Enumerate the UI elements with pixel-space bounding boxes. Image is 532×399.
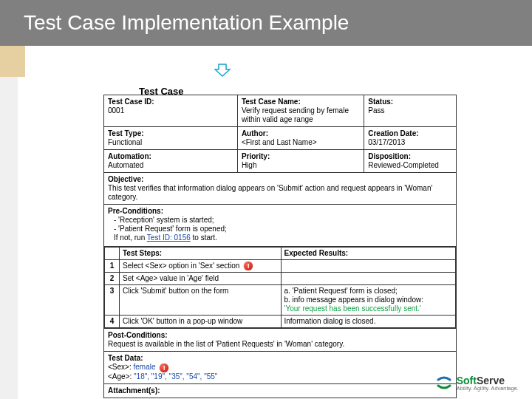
author-label: Author: bbox=[242, 129, 360, 138]
step-row-4: 4 Click 'OK' button in a pop-up window I… bbox=[105, 316, 456, 328]
logo-brand-2: Serve bbox=[477, 375, 505, 386]
step-row-2: 2 Set <Age> value in 'Age' field bbox=[105, 273, 456, 285]
test-case-table: Test Case ID:0001 Test Case Name:Verify … bbox=[103, 95, 457, 398]
step-2-expected bbox=[281, 273, 456, 285]
precondition-1: - 'Reception' system is started; bbox=[108, 216, 452, 225]
step-3-expected: a. 'Patient Request' form is closed; b. … bbox=[281, 285, 456, 316]
automation-value: Automated bbox=[108, 161, 143, 169]
postconditions-label: Post-Conditions: bbox=[108, 331, 452, 340]
header-row-3: Automation:Automated Priority:High Dispo… bbox=[104, 150, 456, 173]
steps-table: Test Steps: Expected Results: 1 Select <… bbox=[104, 247, 456, 329]
status-label: Status: bbox=[368, 98, 452, 106]
priority-label: Priority: bbox=[242, 152, 360, 161]
objective-row: Objective: This test verifies that infor… bbox=[104, 173, 456, 205]
expected-header: Expected Results: bbox=[281, 248, 456, 260]
test-case-id-label: Test Case ID: bbox=[108, 98, 233, 106]
attachments-label: Attachment(s): bbox=[108, 386, 452, 395]
success-message: 'Your request has been successfully sent… bbox=[284, 304, 453, 313]
test-case-id-value: 0001 bbox=[108, 106, 124, 115]
side-strip bbox=[0, 77, 18, 399]
title-bar: Test Case Implementation Example bbox=[0, 0, 532, 46]
sex-value: female bbox=[133, 363, 155, 371]
objective-text: This test verifies that information dial… bbox=[108, 184, 432, 201]
header-row-2: Test Type:Functional Author:<First and L… bbox=[104, 127, 456, 150]
testdata-label: Test Data: bbox=[108, 354, 452, 363]
postconditions-text: Request is available in the list of 'Pat… bbox=[108, 340, 344, 348]
creation-date-value: 03/17/2013 bbox=[368, 138, 405, 146]
header-row-1: Test Case ID:0001 Test Case Name:Verify … bbox=[104, 95, 456, 127]
preconditions-label: Pre-Conditions: bbox=[108, 207, 452, 216]
age-key: <Age>: bbox=[108, 372, 134, 381]
test-case-name-label: Test Case Name: bbox=[242, 98, 360, 106]
logo-tagline: Ability. Agility. Advantage. bbox=[457, 386, 519, 391]
disposition-value: Reviewed-Completed bbox=[368, 161, 439, 169]
step-4-text: Click 'OK' button in a pop-up window bbox=[120, 316, 282, 328]
page-title: Test Case Implementation Example bbox=[24, 11, 349, 35]
test-type-label: Test Type: bbox=[108, 129, 233, 138]
objective-label: Objective: bbox=[108, 175, 452, 184]
precondition-2: - 'Patient Request' form is opened; bbox=[108, 225, 452, 233]
author-value: <First and Last Name> bbox=[242, 138, 317, 146]
creation-date-label: Creation Date: bbox=[368, 129, 452, 138]
step-4-expected: Information dialog is closed. bbox=[281, 316, 456, 328]
automation-label: Automation: bbox=[108, 152, 233, 161]
test-id-link[interactable]: Test ID: 0156 bbox=[147, 233, 191, 242]
alert-icon: ! bbox=[160, 364, 168, 372]
test-type-value: Functional bbox=[108, 138, 142, 146]
status-value: Pass bbox=[368, 106, 384, 115]
logo-brand-1: Soft bbox=[457, 375, 477, 386]
step-1-expected bbox=[281, 260, 456, 273]
testdata-row: Test Data: <Sex>: female ! <Age>: "18", … bbox=[104, 352, 456, 383]
step-row-1: 1 Select <Sex> option in 'Sex' section ! bbox=[105, 260, 456, 273]
test-case-name-value: Verify request sending by female within … bbox=[242, 106, 349, 123]
steps-header: Test Steps: bbox=[120, 248, 282, 260]
step-2-text: Set <Age> value in 'Age' field bbox=[120, 273, 282, 285]
age-value: "18", "19", "35", "54", "55" bbox=[134, 372, 217, 381]
attachments-row: Attachment(s): bbox=[104, 384, 456, 398]
softserve-logo: SoftServe Ability. Agility. Advantage. bbox=[435, 374, 519, 392]
disposition-label: Disposition: bbox=[368, 152, 452, 161]
alert-icon: ! bbox=[244, 262, 253, 270]
step-row-3: 3 Click 'Submit' button on the form a. '… bbox=[105, 285, 456, 316]
preconditions-block: Pre-Conditions: - 'Reception' system is … bbox=[104, 205, 456, 247]
postconditions-row: Post-Conditions: Request is available in… bbox=[104, 329, 456, 352]
step-3-text: Click 'Submit' button on the form bbox=[120, 285, 282, 316]
priority-value: High bbox=[242, 161, 257, 169]
sex-key: <Sex>: bbox=[108, 363, 133, 371]
step-1-text: Select <Sex> option in 'Sex' section bbox=[123, 262, 239, 270]
precondition-3: If not, run Test ID: 0156 to start. bbox=[108, 233, 452, 242]
accent-block bbox=[0, 46, 25, 77]
logo-mark-icon bbox=[435, 374, 453, 392]
